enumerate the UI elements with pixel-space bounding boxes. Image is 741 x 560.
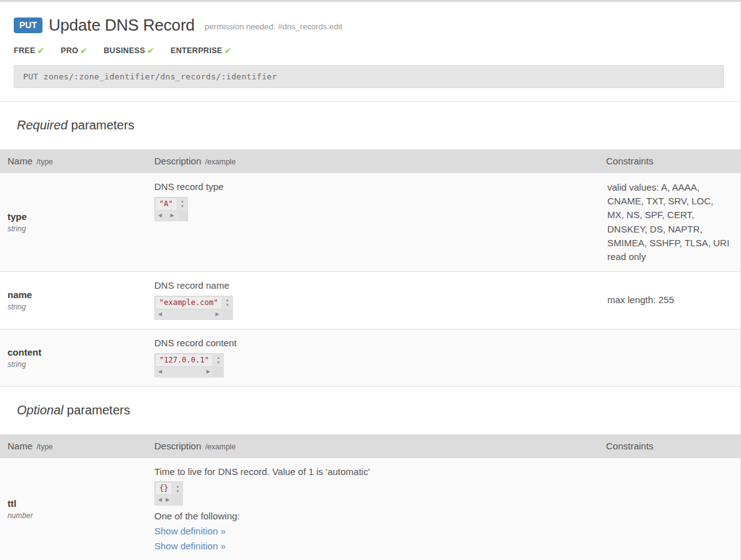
check-icon: ✔ [147,46,154,55]
heading-rest: parameters [67,118,134,132]
param-description-cell: DNS record name "example.com" ▲▼ ◀▶ [147,272,599,329]
arrow-right-icon[interactable]: ▶ [216,312,219,317]
heading-emphasis: Optional [17,403,64,417]
param-name-cell: ttl number [0,458,147,560]
spinner-control[interactable]: ▲▼ [177,198,187,211]
table-row: ttl number Time to live for DNS record. … [0,458,740,560]
required-parameters-table: Name /type Description /example Constrai… [0,149,740,387]
plan-business: BUSINESS ✔ [104,46,154,55]
arrow-right-icon[interactable]: ▶ [166,498,169,502]
table-row: content string DNS record content "127.0… [0,329,740,387]
show-definition-link[interactable]: Show definition » [154,541,591,551]
table-header-row: Name /type Description /example Constrai… [0,434,740,458]
heading-rest: parameters [64,403,131,417]
endpoint-code-block: PUT zones/:zone_identifier/dns_records/:… [14,65,724,88]
plan-pro: PRO ✔ [61,46,87,55]
nav-control[interactable]: ◀▶ [155,495,172,505]
nav-control[interactable]: ◀▶ [155,309,222,319]
one-of-label: One of the following: [154,511,591,521]
check-icon: ✔ [37,46,45,55]
param-name-cell: content string [0,329,147,386]
arrow-left-icon[interactable]: ◀ [158,312,162,317]
arrow-left-icon[interactable]: ◀ [158,498,162,502]
table-header-row: Name /type Description /example Constrai… [0,149,740,173]
col-header-description: Description /example [147,441,599,452]
arrow-left-icon[interactable]: ◀ [158,369,162,374]
param-name-cell: type string [0,173,147,271]
arrow-right-icon[interactable]: ▶ [171,213,174,218]
spinner-control[interactable]: ▲▼ [172,482,182,495]
widget-corner [172,495,182,505]
optional-parameters-heading: Optional parameters [17,403,740,418]
spinner-control[interactable]: ▲▼ [222,296,232,309]
title-row: PUT Update DNS Record permission needed:… [14,16,727,35]
param-description-cell: DNS record type "A" ▲▼ ◀▶ [147,173,599,271]
page-title: Update DNS Record [49,16,195,35]
example-value: {} [155,482,172,495]
json-example-widget[interactable]: "127.0.0.1" ▲▼ ◀▶ [154,353,224,378]
param-constraints-cell: valid values: A, AAAA, CNAME, TXT, SRV, … [599,173,740,271]
json-example-widget[interactable]: "example.com" ▲▼ ◀▶ [154,296,233,320]
param-description-cell: Time to live for DNS record. Value of 1 … [147,458,599,560]
permission-note: permission needed: #dns_records:edit [205,22,342,31]
arrow-left-icon[interactable]: ◀ [158,213,162,218]
col-header-constraints: Constraints [599,156,740,167]
arrow-up-icon[interactable]: ▲ [226,298,229,302]
heading-emphasis: Required [17,118,67,132]
arrow-up-icon[interactable]: ▲ [176,484,179,488]
widget-corner [213,367,223,377]
arrow-down-icon[interactable]: ▼ [226,303,229,307]
param-constraints-cell [599,329,740,386]
arrow-down-icon[interactable]: ▼ [181,204,184,208]
nav-control[interactable]: ◀▶ [155,367,213,377]
plan-label: BUSINESS [104,46,145,55]
param-name-cell: name string [0,272,147,329]
show-definition-link[interactable]: Show definition » [154,526,591,536]
arrow-right-icon[interactable]: ▶ [206,369,210,374]
json-example-widget[interactable]: {} ▲▼ ◀▶ [154,481,183,506]
json-example-widget[interactable]: "A" ▲▼ ◀▶ [154,197,188,221]
plan-label: ENTERPRISE [171,46,222,55]
check-icon: ✔ [224,46,232,55]
arrow-down-icon[interactable]: ▼ [217,361,221,364]
arrow-up-icon[interactable]: ▲ [217,356,221,359]
table-row: type string DNS record type "A" ▲▼ ◀▶ va… [0,173,740,272]
nav-control[interactable]: ◀▶ [155,211,177,221]
plan-label: FREE [14,46,36,55]
param-constraints-cell: max length: 255 [599,272,740,329]
example-value: "example.com" [155,296,222,309]
required-parameters-heading: Required parameters [17,118,740,132]
widget-corner [177,211,187,221]
optional-parameters-table: Name /type Description /example Constrai… [0,434,740,560]
spinner-control[interactable]: ▲▼ [213,354,223,367]
doc-header: PUT Update DNS Record permission needed:… [0,2,740,88]
col-header-name: Name /type [0,156,147,167]
col-header-description: Description /example [147,156,599,167]
param-constraints-cell [599,458,740,560]
http-method-badge: PUT [14,18,42,33]
table-row: name string DNS record name "example.com… [0,272,740,329]
plan-free: FREE ✔ [14,46,44,55]
check-icon: ✔ [80,46,87,55]
widget-corner [222,309,232,319]
arrow-down-icon[interactable]: ▼ [176,489,179,493]
example-value: "A" [155,198,177,211]
example-value: "127.0.0.1" [155,354,213,367]
col-header-constraints: Constraints [599,441,740,452]
arrow-up-icon[interactable]: ▲ [181,199,184,203]
plans-row: FREE ✔ PRO ✔ BUSINESS ✔ ENTERPRISE ✔ [14,46,727,55]
col-header-name: Name /type [0,441,147,452]
plan-label: PRO [61,46,78,55]
param-description-cell: DNS record content "127.0.0.1" ▲▼ ◀▶ [147,329,599,386]
api-doc-page: PUT Update DNS Record permission needed:… [0,0,741,560]
plan-enterprise: ENTERPRISE ✔ [171,46,232,55]
section-divider [0,101,740,102]
